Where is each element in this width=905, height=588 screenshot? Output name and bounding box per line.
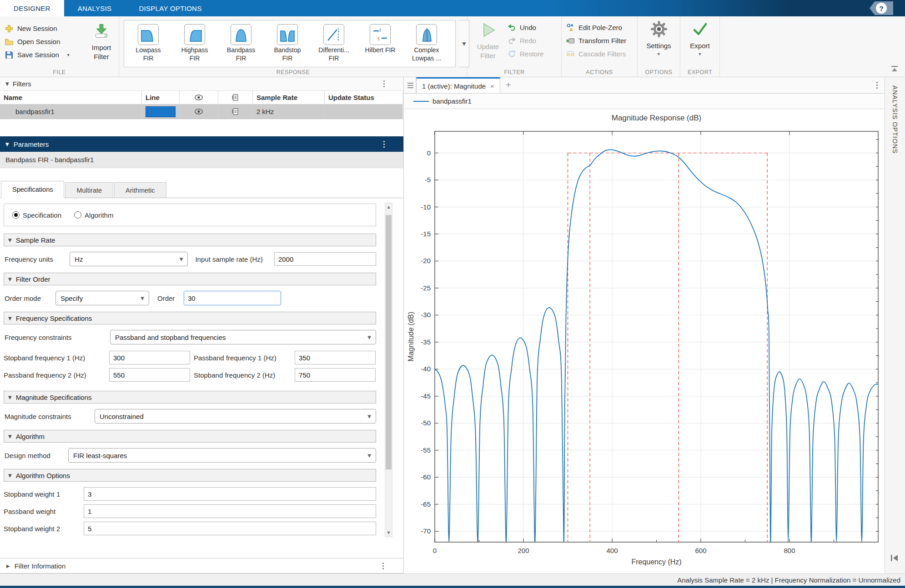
order-spinner[interactable]: ▲ ▼ (184, 291, 281, 305)
tab-multirate[interactable]: Multirate (65, 182, 113, 198)
column-sample-rate[interactable]: Sample Rate (253, 91, 325, 105)
filter-annotation-cell[interactable] (218, 105, 253, 119)
tab-magnitude[interactable]: 1 (active): Magnitude × (416, 77, 500, 93)
magnitude-constraints-dropdown[interactable]: Unconstrained ▼ (95, 409, 376, 424)
stopband-weight-2-field[interactable] (84, 522, 376, 535)
import-filter-button[interactable]: Import Filter (85, 22, 117, 62)
analysis-options-strip[interactable]: ANALYSIS OPTIONS (885, 77, 905, 573)
filters-menu-button[interactable] (383, 80, 385, 87)
response-highpass-fir[interactable]: Highpass FIR (171, 22, 218, 67)
tab-list-icon[interactable] (404, 77, 416, 93)
design-method-dropdown[interactable]: FIR least-squares ▼ (68, 448, 376, 463)
scroll-up-icon[interactable]: ▲ (385, 203, 392, 211)
column-line[interactable]: Line (142, 91, 180, 105)
cascade-filters-button[interactable]: Cascade Filters (566, 47, 626, 60)
ribbon-group-file: New Session Open Session Save Session ▾ … (0, 16, 119, 77)
passband-weight-field[interactable] (84, 504, 376, 518)
column-annotation[interactable] (218, 91, 253, 105)
scrollbar-thumb[interactable] (386, 215, 392, 469)
radio-specification[interactable]: Specification (12, 211, 61, 219)
new-session-button[interactable]: New Session (5, 22, 70, 35)
edit-pole-zero-button[interactable]: Edit Pole-Zero (566, 21, 626, 34)
section-collapse-icon[interactable]: ▼ (8, 238, 12, 243)
tab-specifications[interactable]: Specifications (1, 181, 64, 198)
filter-name-cell[interactable]: bandpassfir1 (0, 105, 142, 119)
filter-information-header[interactable]: ▶ Filter Information (0, 558, 403, 573)
section-algorithm-title: Algorithm (16, 433, 45, 440)
section-frequency-specifications[interactable]: ▼ Frequency Specifications (4, 312, 376, 324)
filters-collapse-icon[interactable]: ▼ (5, 81, 9, 86)
response-differenti-fir[interactable]: Differenti... FIR (311, 22, 357, 67)
ribbon-group-actions: Edit Pole-Zero Transform Filter Cascade … (562, 16, 638, 77)
section-magnitude-specifications[interactable]: ▼ Magnitude Specifications (4, 391, 376, 404)
settings-label: Settings (638, 42, 680, 50)
section-collapse-icon[interactable]: ▼ (8, 473, 12, 478)
parameters-menu-button[interactable] (383, 141, 385, 148)
section-collapse-icon[interactable]: ▼ (8, 316, 12, 321)
response-hilbert-fir[interactable]: j-jHilbert FIR (357, 22, 403, 67)
section-collapse-icon[interactable]: ▼ (8, 395, 12, 400)
response-bandstop-fir[interactable]: Bandstop FIR (264, 22, 311, 67)
column-visibility[interactable] (180, 91, 218, 105)
app-tab-analysis[interactable]: ANALYSIS (64, 0, 126, 16)
open-session-button[interactable]: Open Session (5, 35, 70, 48)
response-bandpass-fir[interactable]: Bandpass FIR (218, 22, 264, 67)
parameters-panel-header[interactable]: ▼ Parameters (0, 136, 403, 152)
filters-panel-header[interactable]: ▼ Filters (0, 77, 403, 91)
close-icon[interactable]: × (490, 82, 494, 90)
restore-button[interactable]: Restore (508, 47, 544, 60)
eye-icon (194, 95, 203, 100)
help-button[interactable]: ? (870, 1, 893, 15)
frequency-constraints-dropdown[interactable]: Passband and stopband frequencies ▼ (110, 330, 376, 344)
help-icon: ? (876, 3, 887, 14)
tab-arithmetic[interactable]: Arithmetic (114, 182, 166, 198)
save-session-button[interactable]: Save Session ▾ (5, 48, 70, 61)
new-tab-button[interactable]: + (500, 77, 517, 93)
column-update-status[interactable]: Update Status (325, 91, 403, 105)
response-complex-lowpas[interactable]: Complex Lowpas ... (403, 22, 450, 67)
save-session-caret-icon[interactable]: ▾ (67, 52, 70, 57)
export-button[interactable]: Export ▾ (680, 20, 719, 56)
specifications-content: Specification Algorithm ▼ Sample Rate Fr… (0, 198, 403, 555)
specifications-scrollbar[interactable]: ▲ ▼ (385, 203, 392, 537)
stopband-frequency-1-hz-field[interactable] (109, 351, 190, 364)
magnitude-response-plot[interactable]: 02004006008000-5-10-15-20-25-30-35-40-45… (404, 94, 885, 573)
transform-filter-button[interactable]: Transform Filter (566, 34, 626, 47)
passband-frequency-1-hz-field[interactable] (295, 351, 376, 364)
passband-frequency-2-hz-field[interactable] (109, 368, 190, 382)
stopband-weight-1-field[interactable] (84, 487, 376, 501)
filter-information-expand-icon[interactable]: ▶ (6, 563, 10, 568)
filter-information-menu-button[interactable] (382, 563, 384, 569)
section-collapse-icon[interactable]: ▼ (8, 434, 12, 439)
app-tab-designer[interactable]: DESIGNER (0, 0, 64, 16)
parameters-collapse-icon[interactable]: ▼ (5, 142, 9, 147)
section-filter-order[interactable]: ▼ Filter Order (4, 273, 376, 285)
order-mode-dropdown[interactable]: Specify ▼ (55, 291, 149, 305)
app-tab-display-options[interactable]: DISPLAY OPTIONS (125, 0, 215, 16)
line-color-swatch[interactable] (146, 106, 176, 117)
plot-menu-button[interactable] (876, 82, 878, 89)
section-algorithm-options[interactable]: ▼ Algorithm Options (4, 469, 376, 482)
section-collapse-icon[interactable]: ▼ (8, 277, 12, 282)
frequency-units-dropdown[interactable]: Hz ▼ (70, 252, 188, 266)
undo-button[interactable]: Undo (508, 21, 544, 34)
response-lowpass-fir[interactable]: Lowpass FIR (125, 22, 171, 67)
redo-button[interactable]: Redo (508, 34, 544, 47)
update-filter-button[interactable]: Update Filter (473, 21, 503, 61)
response-item-label: Hilbert FIR (357, 46, 403, 54)
svg-text:-30: -30 (421, 311, 431, 319)
scroll-down-icon[interactable]: ▼ (385, 529, 392, 537)
filter-row-bandpassfir1[interactable]: bandpassfir1 2 kHz (0, 105, 403, 119)
section-algorithm[interactable]: ▼ Algorithm (4, 430, 376, 443)
radio-algorithm[interactable]: Algorithm (74, 211, 113, 219)
column-name[interactable]: Name (0, 91, 142, 105)
filter-visibility-cell[interactable] (180, 105, 218, 119)
settings-button[interactable]: Settings ▾ (638, 20, 680, 56)
svg-text:-20: -20 (421, 257, 431, 264)
expand-panel-button[interactable] (890, 554, 900, 563)
input-sample-rate-field[interactable] (274, 252, 376, 266)
order-field[interactable] (184, 291, 281, 305)
stopband-frequency-2-hz-field[interactable] (295, 368, 376, 382)
section-sample-rate[interactable]: ▼ Sample Rate (4, 234, 376, 246)
collapse-ribbon-button[interactable] (890, 65, 900, 73)
